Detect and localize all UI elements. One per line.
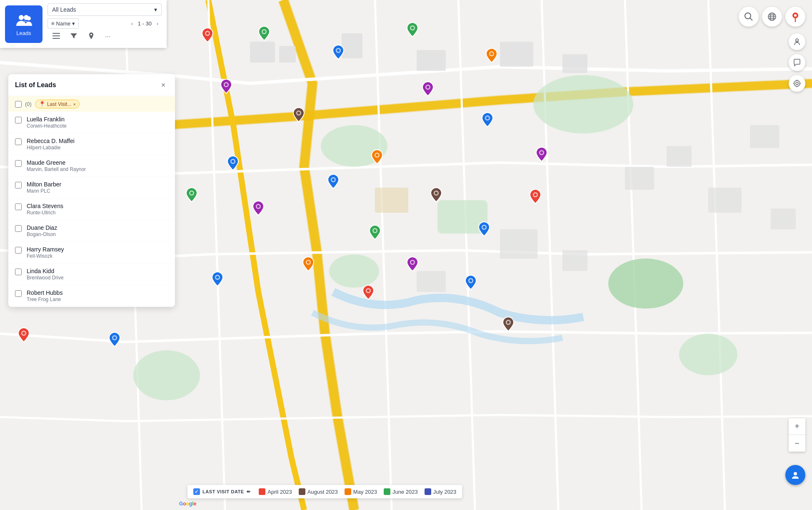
lead-list-item[interactable]: Clara Stevens Runte-Ullrich [8, 198, 175, 220]
map-pin[interactable] [201, 27, 214, 45]
map-pin[interactable] [302, 256, 315, 274]
map-pin[interactable] [227, 155, 239, 173]
map-pin[interactable] [478, 221, 490, 239]
last-visit-filter-tag[interactable]: 📍 Last Visit... × [35, 100, 80, 108]
lead-name: Robert Hubbs [27, 289, 168, 296]
svg-point-81 [22, 332, 25, 335]
map-pin[interactable] [406, 256, 419, 274]
lead-checkbox[interactable] [15, 160, 22, 167]
map-pin[interactable] [332, 44, 345, 62]
legend-item-label: July 2023 [433, 489, 457, 495]
map-pin[interactable] [220, 78, 232, 96]
map-pin[interactable] [422, 81, 434, 98]
map-pin[interactable] [430, 187, 442, 204]
zoom-out-button[interactable]: − [789, 435, 805, 452]
google-maps-logo-btn[interactable] [785, 7, 805, 27]
map-pin[interactable] [252, 200, 265, 218]
map-pin[interactable] [185, 187, 198, 204]
pin-icon[interactable] [86, 30, 97, 43]
map-pin[interactable] [371, 149, 383, 166]
lead-list-item[interactable]: Rebecca D. Maffei Hilpert-Labadie [8, 133, 175, 155]
map-pin[interactable] [535, 146, 548, 164]
lead-list-item[interactable]: Linda Kidd Brentwood Drive [8, 264, 175, 285]
map-pin[interactable] [481, 112, 494, 129]
map-pin[interactable] [211, 271, 224, 289]
legend-item: June 2023 [384, 488, 418, 495]
legend-item-label: June 2023 [392, 489, 418, 495]
svg-rect-23 [771, 209, 796, 229]
svg-rect-27 [52, 33, 60, 34]
svg-point-26 [27, 16, 31, 20]
leads-list-panel: List of Leads × (0) 📍 Last Visit... × Lu… [8, 74, 175, 307]
map-search-button[interactable] [739, 7, 759, 27]
svg-point-83 [113, 337, 116, 339]
lead-list-item[interactable]: Robert Hubbs Tree Frog Lane [8, 285, 175, 307]
svg-point-69 [307, 261, 310, 264]
filter-count: (0) [25, 101, 32, 107]
lead-checkbox[interactable] [15, 290, 22, 297]
lead-list-item[interactable]: Duane Diaz Bogan-Olson [8, 220, 175, 242]
name-sort-control[interactable]: ≡ Name ▾ [47, 18, 79, 29]
map-pin[interactable] [258, 25, 270, 43]
lead-checkbox[interactable] [15, 269, 22, 275]
lead-list-item[interactable]: Harry Ramsey Feil-Wisozk [8, 242, 175, 264]
lead-checkbox[interactable] [15, 117, 22, 123]
prev-page-button[interactable]: ‹ [128, 20, 136, 28]
pin-icon [529, 188, 542, 204]
map-pin[interactable] [465, 274, 477, 292]
svg-point-71 [411, 261, 414, 264]
pin-icon [220, 78, 232, 94]
svg-rect-17 [500, 229, 537, 259]
my-location-button[interactable] [785, 465, 805, 485]
lead-name: Maude Greene [27, 159, 168, 166]
close-panel-button[interactable]: × [158, 80, 168, 90]
legend-checkbox-icon[interactable]: ✓ [193, 488, 200, 495]
lead-checkbox[interactable] [15, 225, 22, 232]
map-pin[interactable] [502, 316, 515, 334]
map-pin[interactable] [108, 332, 121, 349]
legend-item: July 2023 [425, 488, 457, 495]
lead-checkbox[interactable] [15, 203, 22, 210]
map-pin[interactable] [327, 173, 340, 191]
map-pin[interactable] [292, 107, 305, 124]
zoom-in-button[interactable]: + [789, 418, 805, 435]
lead-name: Luella Franklin [27, 116, 168, 123]
lead-checkbox[interactable] [15, 138, 22, 145]
next-page-button[interactable]: › [153, 20, 162, 28]
svg-point-37 [337, 49, 340, 52]
map-globe-button[interactable] [762, 7, 782, 27]
lead-company: Bogan-Olson [27, 231, 168, 237]
leads-icon-box[interactable]: Leads [5, 5, 42, 43]
legend-edit-icon[interactable]: ✏ [247, 489, 251, 495]
location-target-button[interactable] [789, 75, 805, 92]
svg-rect-11 [342, 33, 362, 58]
svg-point-77 [470, 279, 472, 282]
more-options-icon[interactable]: ··· [103, 31, 112, 42]
svg-point-59 [257, 205, 260, 208]
lead-name: Milton Barber [27, 181, 168, 188]
lead-checkbox[interactable] [15, 182, 22, 188]
map-pin[interactable] [369, 224, 381, 242]
filter-tag-close-icon[interactable]: × [73, 102, 75, 107]
list-view-icon[interactable] [51, 30, 62, 43]
pin-icon [465, 274, 477, 290]
lead-list-item[interactable]: Luella Franklin Corwin-Heathcote [8, 112, 175, 133]
comment-button[interactable] [789, 54, 805, 71]
lead-list-item[interactable]: Milton Barber Mann PLC [8, 177, 175, 198]
map-pin[interactable] [529, 188, 542, 206]
map-pin[interactable] [485, 48, 498, 65]
filter-icon[interactable] [68, 30, 79, 43]
legend-dot [425, 488, 431, 495]
leads-header: Leads All Leads ▾ ≡ Name ▾ ‹ 1 - 30 › [0, 0, 167, 48]
all-leads-dropdown[interactable]: All Leads ▾ [47, 3, 162, 16]
lead-list-item[interactable]: Maude Greene Marvin, Bartell and Raynor [8, 155, 175, 177]
svg-rect-21 [708, 188, 742, 213]
select-all-checkbox[interactable] [15, 101, 22, 108]
map-pin[interactable] [362, 284, 375, 302]
map-pin[interactable] [406, 22, 419, 39]
svg-point-45 [297, 112, 300, 115]
svg-point-53 [232, 160, 235, 163]
lead-checkbox[interactable] [15, 247, 22, 254]
streetview-button[interactable] [789, 33, 805, 50]
map-pin[interactable] [17, 327, 30, 344]
